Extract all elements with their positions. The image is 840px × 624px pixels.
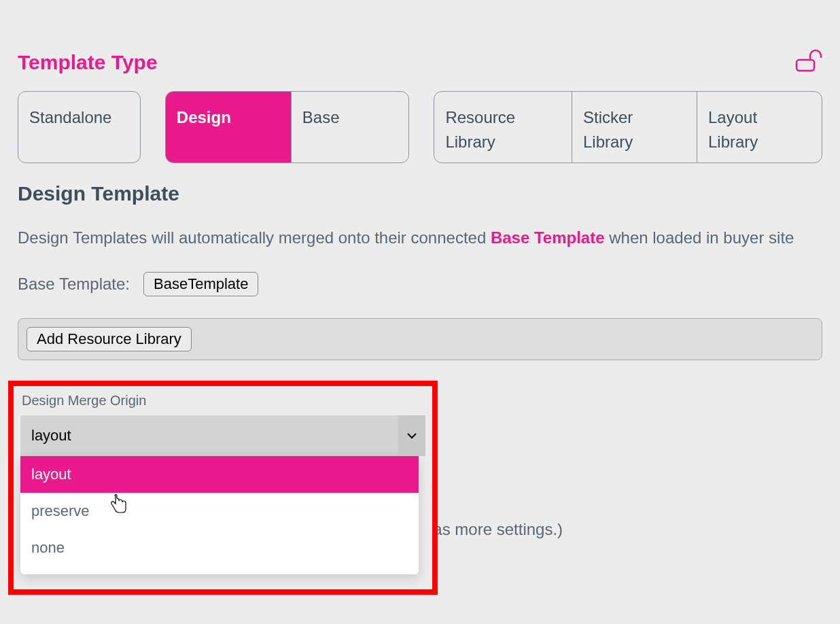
type-label: Base — [302, 105, 340, 130]
base-template-label: Base Template: — [18, 275, 130, 294]
type-label: Design — [177, 105, 231, 130]
description-post: when loaded in buyer site — [605, 228, 794, 247]
dropdown-option-none[interactable]: none — [20, 530, 419, 566]
add-resource-library-button[interactable]: Add Resource Library — [27, 327, 192, 351]
type-option-resource-library[interactable]: Resource Library — [434, 92, 572, 162]
chevron-down-icon — [398, 415, 425, 456]
type-option-layout-library[interactable]: Layout Library — [697, 92, 822, 162]
svg-rect-0 — [797, 60, 814, 71]
type-group-design-base: Design Base — [165, 91, 410, 163]
type-option-design[interactable]: Design — [166, 92, 291, 162]
description-pre: Design Templates will automatically merg… — [18, 228, 491, 247]
section-heading: Design Template — [18, 182, 822, 205]
type-label: Resource Library — [445, 105, 561, 154]
base-template-link[interactable]: Base Template — [491, 228, 605, 247]
type-group-libraries: Resource Library Sticker Library Layout … — [434, 91, 822, 163]
unlock-icon[interactable] — [795, 49, 822, 76]
type-label: Sticker Library — [583, 105, 686, 154]
type-label: Layout Library — [708, 105, 811, 154]
resource-library-bar: Add Resource Library — [18, 318, 822, 360]
base-template-row: Base Template: BaseTemplate — [18, 272, 822, 296]
section-description: Design Templates will automatically merg… — [18, 226, 822, 250]
highlight-box: Design Merge Origin layout layout preser… — [8, 381, 438, 595]
base-template-button[interactable]: BaseTemplate — [143, 272, 258, 296]
type-option-standalone[interactable]: Standalone — [18, 92, 141, 162]
design-merge-origin-label: Design Merge Origin — [20, 393, 425, 409]
type-group-standalone: Standalone — [18, 91, 141, 163]
dropdown-option-preserve[interactable]: preserve — [20, 493, 419, 530]
type-option-base[interactable]: Base — [291, 92, 410, 162]
design-merge-origin-select[interactable]: layout — [20, 415, 425, 456]
template-type-selector: Standalone Design Base Resource Library … — [18, 91, 822, 163]
select-value: layout — [20, 427, 71, 445]
type-label: Standalone — [29, 105, 111, 130]
page-title: Template Type — [18, 52, 158, 73]
obscured-text: Has more settings.) — [421, 520, 563, 539]
type-option-sticker-library[interactable]: Sticker Library — [572, 92, 697, 162]
dropdown-option-layout[interactable]: layout — [20, 456, 419, 493]
design-merge-origin-dropdown: layout preserve none — [20, 456, 419, 574]
